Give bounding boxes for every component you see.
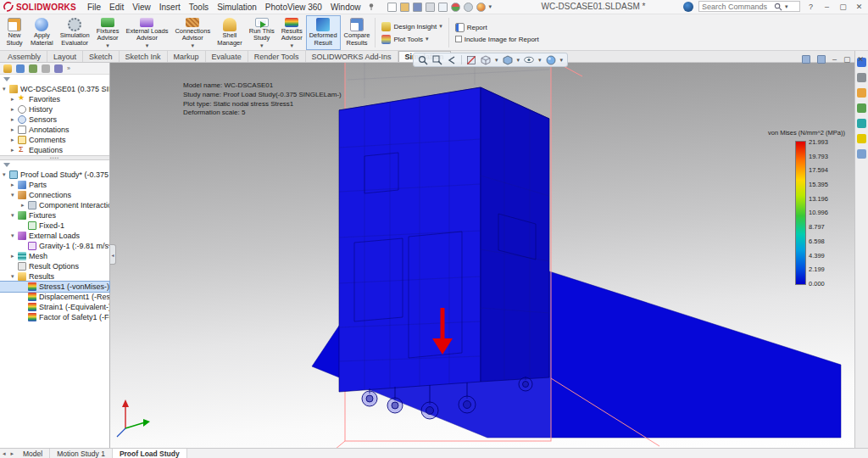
help-button[interactable]: ?: [805, 3, 816, 11]
study-item-factor-of-safety1[interactable]: Factor of Safety1 (-FOS-): [0, 312, 109, 322]
expand-icon[interactable]: [11, 182, 18, 188]
zoom-to-area-icon[interactable]: [432, 55, 442, 65]
expand-icon[interactable]: [11, 137, 18, 143]
pin-menu-icon[interactable]: [367, 3, 376, 11]
search-chevron-down-icon[interactable]: [785, 3, 788, 10]
compare-results-button[interactable]: Compare Results: [341, 15, 374, 50]
search-box[interactable]: [698, 1, 800, 12]
new-document-icon[interactable]: [387, 3, 397, 12]
menu-photoview[interactable]: PhotoView 360: [261, 3, 326, 12]
tab-proof-load-study[interactable]: Proof Load Study: [113, 449, 187, 458]
design-insight-menu[interactable]: Design Insight: [381, 22, 442, 31]
search-icon[interactable]: [774, 3, 782, 11]
fixtures-advisor-button[interactable]: Fixtures Advisor: [93, 15, 123, 50]
expand-icon[interactable]: [11, 253, 18, 260]
expand-icon[interactable]: [21, 202, 28, 209]
next-sheet-icon[interactable]: [8, 450, 17, 457]
propertymanager-icon[interactable]: [16, 64, 25, 73]
new-window-icon[interactable]: [817, 55, 826, 64]
menu-window[interactable]: Window: [326, 3, 365, 12]
hide-show-items-eye-icon[interactable]: [524, 56, 534, 64]
study-item-parts[interactable]: Parts: [0, 180, 109, 190]
view-palette-icon[interactable]: [857, 103, 866, 113]
include-image-checkbox-row[interactable]: Include Image for Report: [455, 36, 539, 43]
expand-icon[interactable]: [11, 126, 18, 133]
external-loads-advisor-button[interactable]: External Loads Advisor: [122, 15, 171, 50]
study-item-result-options[interactable]: Result Options: [0, 261, 109, 271]
chevron-down-icon[interactable]: [517, 57, 520, 64]
tree-root-assembly[interactable]: WC-DSCASE01 (0.375 SINGLELam) <: [0, 84, 109, 94]
options-gear-icon[interactable]: [464, 3, 473, 12]
tab-solidworks-addins[interactable]: SOLIDWORKS Add-Ins: [306, 51, 398, 62]
view-orientation-cube-icon[interactable]: [481, 55, 491, 65]
menu-simulation[interactable]: Simulation: [213, 3, 261, 12]
edit-appearance-icon[interactable]: [476, 3, 486, 12]
file-explorer-icon[interactable]: [857, 88, 866, 98]
doc-minimize-button[interactable]: –: [832, 55, 837, 64]
apply-material-button[interactable]: Apply Material: [27, 15, 57, 50]
3d-scene[interactable]: [110, 63, 854, 448]
panel-overflow-icon[interactable]: [67, 65, 70, 71]
configurationmanager-icon[interactable]: [29, 64, 37, 73]
menu-edit[interactable]: Edit: [105, 3, 128, 12]
expand-icon[interactable]: [3, 86, 9, 92]
tab-markup[interactable]: Markup: [168, 51, 206, 62]
search-input[interactable]: [702, 3, 771, 11]
tree-item-annotations[interactable]: Annotations: [0, 125, 109, 135]
study-item-fixed-1[interactable]: Fixed-1: [0, 221, 109, 231]
menu-file[interactable]: File: [83, 3, 105, 12]
tree-item-comments[interactable]: Comments: [0, 135, 109, 145]
menu-insert[interactable]: Insert: [155, 3, 185, 12]
tab-sketch[interactable]: Sketch: [83, 51, 120, 62]
appearances-scenes-icon[interactable]: [857, 119, 866, 128]
dimxpertmanager-icon[interactable]: [42, 64, 50, 73]
3dexperience-compass-icon[interactable]: [683, 2, 693, 12]
previous-sheet-icon[interactable]: [0, 450, 8, 457]
tree-filter-row[interactable]: [0, 75, 109, 84]
expand-icon[interactable]: [11, 192, 18, 198]
graphics-area[interactable]: Model name: WC-DSCASE01 Study name: Proo…: [110, 63, 854, 448]
expand-icon[interactable]: [11, 232, 18, 239]
study-item-component-interactions[interactable]: Component Interactions: [0, 200, 109, 210]
rebuild-icon[interactable]: [451, 3, 460, 12]
expand-icon[interactable]: [11, 106, 18, 113]
edit-appearance-sphere-icon[interactable]: [546, 55, 556, 65]
forum-icon[interactable]: [857, 149, 866, 159]
study-item-strain1[interactable]: Strain1 (-Equivalent-): [0, 302, 109, 312]
shell-manager-button[interactable]: Shell Manager: [214, 15, 246, 50]
tab-assembly[interactable]: Assembly: [2, 51, 47, 62]
panel-collapse-handle[interactable]: [110, 244, 116, 265]
restore-button[interactable]: ▢: [837, 3, 849, 11]
tab-model[interactable]: Model: [16, 449, 50, 458]
expand-icon[interactable]: [11, 273, 18, 280]
run-this-study-button[interactable]: Run This Study: [246, 15, 278, 50]
study-root[interactable]: Proof Load Study* (-0.375 SINGLELam-): [0, 170, 109, 180]
tree-item-sensors[interactable]: Sensors: [0, 114, 109, 125]
simulation-evaluator-button[interactable]: Simulation Evaluator: [57, 15, 93, 50]
custom-properties-icon[interactable]: [857, 134, 866, 143]
cabinet-model[interactable]: [339, 87, 549, 419]
featuremanager-tree-icon[interactable]: [3, 64, 12, 73]
menu-tools[interactable]: Tools: [185, 3, 213, 12]
viewport-split-icon[interactable]: [802, 55, 810, 64]
study-item-displacement1[interactable]: Displacement1 (-Res disp-): [0, 292, 109, 302]
expand-icon[interactable]: [11, 116, 18, 123]
print-icon[interactable]: [426, 3, 435, 12]
report-button[interactable]: Report: [455, 23, 539, 32]
tree-item-equations[interactable]: Equations: [0, 145, 109, 155]
displaymanager-icon[interactable]: [54, 64, 63, 73]
tab-evaluate[interactable]: Evaluate: [206, 51, 248, 62]
undo-icon[interactable]: [438, 3, 448, 12]
doc-restore-button[interactable]: ▢: [843, 55, 851, 64]
study-item-connections[interactable]: Connections: [0, 190, 109, 200]
plot-tools-menu[interactable]: Plot Tools: [381, 35, 442, 44]
display-style-icon[interactable]: [503, 55, 513, 65]
study-item-gravity-1[interactable]: Gravity-1 (:-9.81 m/s^2:): [0, 241, 109, 251]
tree-item-history[interactable]: History: [0, 104, 109, 114]
tab-motion-study-1[interactable]: Motion Study 1: [50, 449, 113, 458]
include-image-checkbox[interactable]: [455, 36, 462, 42]
deformed-result-button[interactable]: Deformed Result: [306, 15, 341, 50]
chevron-down-icon[interactable]: [489, 3, 492, 10]
expand-icon[interactable]: [3, 171, 9, 178]
study-item-results[interactable]: Results: [0, 271, 109, 282]
